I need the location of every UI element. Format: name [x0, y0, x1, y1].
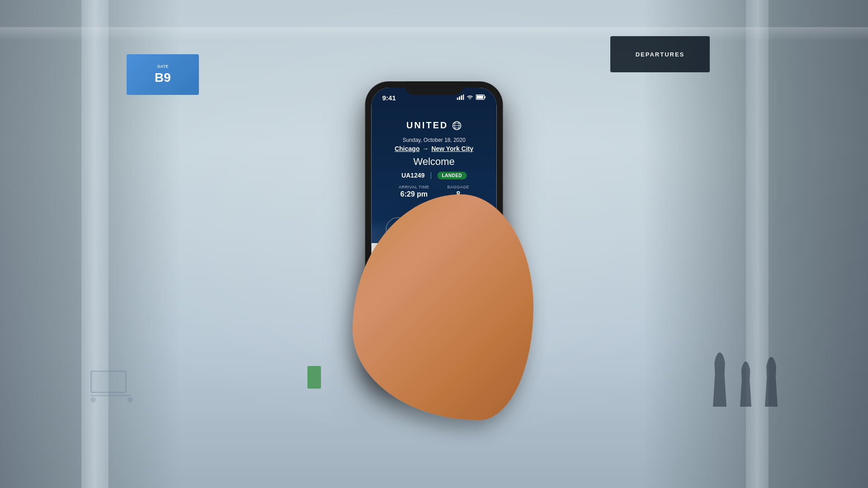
person-1	[713, 352, 726, 407]
united-logo-text: UNITED	[406, 120, 448, 131]
status-icons	[457, 94, 486, 101]
phone-wrapper: 9:41	[321, 68, 547, 420]
baggage-label: BAGGAGE	[447, 185, 469, 189]
battery-icon	[476, 94, 486, 101]
destination: New York City	[431, 145, 473, 152]
svg-rect-7	[485, 96, 486, 98]
pillar-right	[746, 0, 769, 488]
person-3	[765, 357, 778, 407]
landed-badge: LANDED	[437, 172, 467, 179]
arrival-time-item: ARRIVAL TIME 6:29 pm	[399, 185, 429, 198]
airport-sign-left: GATE B9	[127, 54, 199, 95]
departure-board: DEPARTURES	[610, 36, 710, 72]
signal-icon	[457, 94, 464, 101]
flight-number-row: UA1249 | LANDED	[401, 171, 467, 179]
flight-number: UA1249	[401, 172, 425, 179]
flight-info: Sunday, October 18, 2020 Chicago → New Y…	[395, 137, 473, 152]
person-2	[740, 361, 751, 407]
phone-notch	[405, 81, 463, 95]
globe-icon	[452, 121, 462, 131]
status-time: 9:41	[382, 94, 396, 102]
pillar-left	[81, 0, 108, 488]
svg-point-4	[470, 99, 471, 99]
svg-rect-0	[457, 98, 458, 100]
svg-rect-3	[463, 94, 464, 100]
hand-container: 9:41	[321, 68, 547, 420]
luggage-cart	[90, 371, 136, 407]
divider: |	[430, 171, 432, 179]
ceiling-light	[0, 27, 868, 41]
arrival-label: ARRIVAL TIME	[399, 185, 429, 189]
flight-date: Sunday, October 18, 2020	[395, 137, 473, 143]
welcome-title: Welcome	[413, 156, 454, 168]
green-bin	[307, 366, 321, 389]
united-logo: UNITED	[406, 120, 462, 131]
origin: Chicago	[395, 145, 420, 152]
wifi-icon	[467, 94, 474, 101]
people-silhouettes	[713, 352, 778, 407]
svg-rect-2	[461, 95, 462, 100]
flight-route: Chicago → New York City	[395, 145, 473, 152]
arrival-time: 6:29 pm	[399, 190, 429, 198]
svg-rect-1	[459, 96, 460, 100]
route-arrow: →	[422, 145, 429, 152]
svg-rect-6	[476, 95, 483, 99]
